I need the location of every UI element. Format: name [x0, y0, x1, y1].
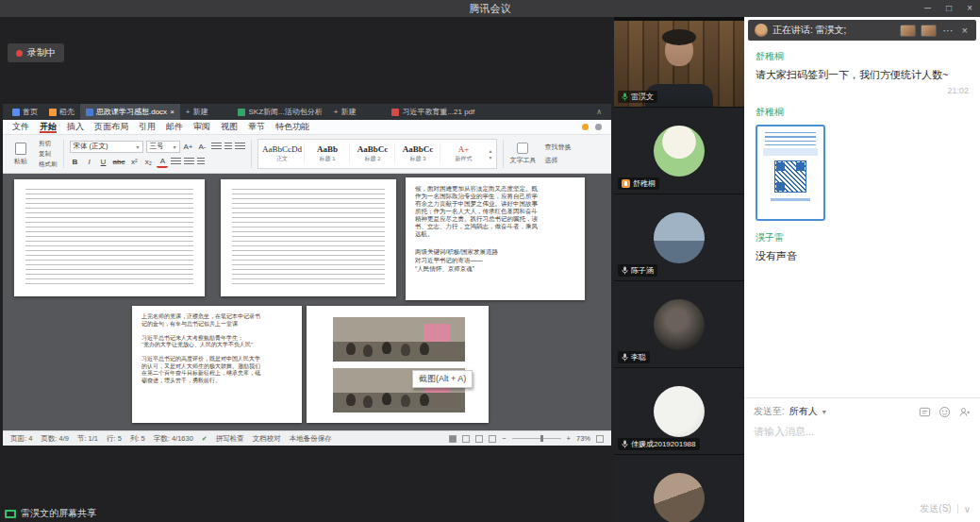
doc2-file-icon: [238, 109, 245, 116]
style-heading2[interactable]: AaBbCc 标题 2: [352, 143, 395, 164]
fit-page-icon[interactable]: [596, 435, 604, 443]
numbered-list-icon[interactable]: [224, 143, 232, 151]
font-color-button[interactable]: A: [157, 156, 168, 168]
participant-tile[interactable]: 舒稚桐: [614, 108, 744, 194]
send-to-select[interactable]: 所有人: [789, 405, 818, 418]
new-tab-button-2[interactable]: + 新建: [328, 104, 362, 120]
zoom-in-button[interactable]: +: [567, 434, 571, 443]
close-banner-icon[interactable]: ×: [960, 25, 970, 36]
minimize-button[interactable]: ─: [924, 0, 931, 17]
tab-document-2[interactable]: SKZ新闻...活动包分析: [232, 104, 327, 120]
italic-button[interactable]: I: [84, 156, 95, 168]
align-center-icon[interactable]: [184, 158, 194, 166]
settings-icon[interactable]: [595, 124, 602, 130]
proofread-toggle[interactable]: 文档校对: [253, 434, 281, 444]
raised-hand-icon: [622, 179, 630, 188]
format-painter-button[interactable]: 格式刷: [39, 160, 58, 169]
menu-tab-review[interactable]: 审阅: [193, 121, 210, 133]
view-mode-icon[interactable]: [449, 435, 457, 443]
more-options-icon[interactable]: ⋯: [941, 25, 955, 37]
style-heading1[interactable]: AaBb 标题 1: [307, 143, 350, 164]
decrease-font-button[interactable]: A-: [197, 141, 208, 153]
qr-signin-image[interactable]: [756, 125, 825, 221]
style-heading3[interactable]: AaBbCc 标题 3: [397, 143, 440, 164]
tab-document[interactable]: 思政课学习感想.docx ×: [80, 104, 180, 120]
strikethrough-button[interactable]: abc: [112, 156, 126, 168]
new-tab-button[interactable]: + 新建: [180, 104, 214, 120]
zoom-slider[interactable]: [512, 438, 561, 439]
document-canvas[interactable]: 候，面对困难更加从容淡定而又态度坚定。既 作为一名国际政治专业的学生，应将自己所…: [3, 174, 611, 430]
indent-icon[interactable]: [235, 143, 245, 151]
chat-input[interactable]: [754, 425, 971, 502]
bold-button[interactable]: B: [70, 156, 81, 168]
reaction-thumbnail: [900, 25, 916, 37]
document-editor-window: 首页 稻壳 思政课学习感想.docx × + 新建 SKZ新闻...活: [3, 104, 611, 446]
send-button[interactable]: 发送(S): [920, 502, 951, 515]
maximize-button[interactable]: □: [946, 0, 952, 17]
copy-button[interactable]: 复制: [39, 150, 58, 159]
cloud-sync-icon[interactable]: [582, 124, 589, 130]
emoji-icon[interactable]: [938, 406, 951, 418]
gallery-scroll-arrows[interactable]: ▲▼: [488, 148, 494, 160]
menu-tab-view[interactable]: 视图: [221, 121, 238, 133]
increase-font-button[interactable]: A+: [183, 141, 194, 153]
font-name-select[interactable]: 宋体 (正文) ▾: [70, 141, 143, 153]
avatar: [654, 386, 705, 437]
send-to-row: 发送至: 所有人 ▾: [754, 405, 971, 418]
view-mode-icon[interactable]: [462, 435, 470, 443]
style-normal[interactable]: AaBbCcDd 正文: [261, 143, 305, 164]
cut-button[interactable]: 剪切: [39, 140, 58, 148]
close-button[interactable]: ×: [967, 0, 972, 17]
participant-tile[interactable]: 雷淏文: [614, 21, 744, 107]
bullet-list-icon[interactable]: [211, 143, 222, 151]
message-text: 没有声音: [756, 249, 969, 263]
chevron-down-icon[interactable]: ▾: [822, 408, 826, 416]
participant-tile[interactable]: 李聪: [614, 281, 744, 367]
new-style-button[interactable]: A+ 新样式: [442, 143, 486, 164]
superscript-button[interactable]: x²: [128, 156, 140, 168]
document-page-3: 候，面对困难更加从容淡定而又态度坚定。既 作为一名国际政治专业的学生，应将自己所…: [406, 177, 585, 300]
ribbon-divider: [63, 140, 64, 168]
page-text-lines: [232, 189, 385, 287]
zoom-out-button[interactable]: −: [502, 434, 506, 443]
status-wordcount[interactable]: 字数: 4/1630: [154, 434, 193, 444]
tab-docer[interactable]: 稻壳: [43, 104, 80, 120]
tab-close-icon[interactable]: ×: [170, 108, 174, 116]
message-record-icon[interactable]: [919, 406, 931, 418]
message-time: 21:02: [756, 86, 969, 95]
subscript-button[interactable]: x₂: [142, 156, 154, 168]
zoom-level[interactable]: 73%: [576, 434, 590, 443]
participant-tile[interactable]: 陈子涵: [614, 194, 744, 280]
line-spacing-icon[interactable]: [197, 158, 205, 166]
tab-home[interactable]: 首页: [7, 104, 43, 120]
underline-button[interactable]: U: [98, 156, 109, 168]
mic-icon: [622, 93, 628, 101]
chat-message-list[interactable]: 舒稚桐 请大家扫码签到一下，我们方便统计人数~ 21:02 舒稚桐 淏子雷 没有…: [744, 41, 980, 397]
align-left-icon[interactable]: [171, 158, 181, 166]
paste-button[interactable]: 粘贴: [8, 137, 33, 171]
backup-status[interactable]: 本地备份保存: [290, 434, 332, 444]
menu-tab-layout[interactable]: 页面布局: [94, 121, 128, 133]
participant-tile[interactable]: 中国人民大学+童琳+2019201954: [614, 455, 744, 522]
menu-tab-reference[interactable]: 引用: [139, 121, 156, 133]
status-line: 行: 5: [107, 434, 122, 444]
font-size-select[interactable]: 三号 ▾: [146, 141, 180, 153]
mic-icon: [622, 353, 628, 362]
select-button[interactable]: 选择: [544, 156, 571, 165]
menu-file[interactable]: 文件: [12, 121, 29, 133]
menu-tab-features[interactable]: 特色功能: [275, 121, 309, 133]
invite-member-icon[interactable]: [958, 406, 971, 418]
view-mode-icon[interactable]: [489, 435, 496, 443]
send-options-icon[interactable]: ∨: [964, 504, 971, 514]
view-mode-icon[interactable]: [475, 435, 483, 443]
menu-tab-start[interactable]: 开始: [40, 121, 57, 133]
find-replace-button[interactable]: 查找替换: [544, 143, 571, 152]
text-tool-button[interactable]: 文字工具: [509, 143, 536, 165]
participant-tile[interactable]: 佳媛成2019201988: [614, 368, 744, 454]
tab-pdf[interactable]: 习近平教育重...21 pdf: [386, 104, 480, 120]
menu-tab-section[interactable]: 章节: [248, 121, 265, 133]
menu-tab-insert[interactable]: 插入: [67, 121, 84, 133]
menu-tab-mail[interactable]: 邮件: [166, 121, 183, 133]
spellcheck-toggle[interactable]: 拼写检查: [216, 434, 244, 444]
tabbar-collapse-icon[interactable]: ∧: [596, 108, 607, 116]
